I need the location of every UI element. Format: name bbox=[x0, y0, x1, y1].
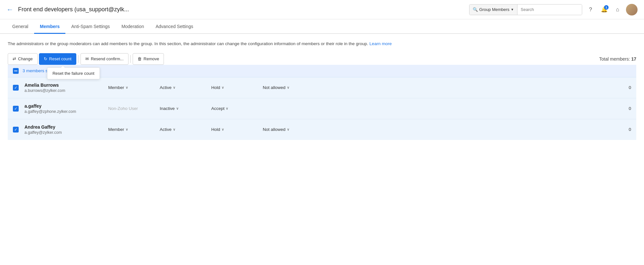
select-all-checkbox[interactable] bbox=[13, 68, 19, 74]
member-role-1[interactable]: Non-Zoho User bbox=[108, 106, 160, 111]
member-delivery-0[interactable]: Hold ∨ bbox=[211, 85, 263, 90]
check-icon: ✓ bbox=[14, 128, 17, 132]
search-group: 🔍 Group Members ▼ bbox=[469, 4, 582, 15]
reset-count-button[interactable]: ↻ Reset count bbox=[39, 53, 76, 65]
delivery-chevron-icon: ∨ bbox=[226, 106, 228, 111]
chevron-down-icon: ▼ bbox=[511, 8, 514, 11]
role-label-0: Member bbox=[108, 85, 124, 90]
reset-count-wrap: ↻ Reset count Reset the failure count bbox=[39, 53, 76, 65]
reset-count-tooltip: Reset the failure count bbox=[47, 67, 100, 79]
member-delivery-1[interactable]: Accept ∨ bbox=[211, 106, 263, 111]
member-count-1: 0 bbox=[612, 106, 631, 111]
resend-confirm-button[interactable]: ✉ Resend confirm... bbox=[80, 53, 128, 65]
help-button[interactable]: ? bbox=[585, 5, 596, 15]
notifications-button[interactable]: 🔔 1 bbox=[599, 5, 609, 15]
home-button[interactable]: ⌂ bbox=[612, 5, 623, 15]
member-delivery-2[interactable]: Hold ∨ bbox=[211, 127, 263, 132]
delivery-chevron-icon: ∨ bbox=[222, 85, 224, 90]
member-count-0: 0 bbox=[612, 85, 631, 90]
status-chevron-icon: ∨ bbox=[173, 85, 175, 90]
header-right: 🔍 Group Members ▼ ? 🔔 1 ⌂ bbox=[469, 4, 638, 15]
trash-icon: 🗑 bbox=[137, 56, 142, 61]
member-email-2: a.gaffey@zylker.com bbox=[24, 130, 108, 135]
toolbar: ⇄ Change ↻ Reset count Reset the failure… bbox=[8, 53, 636, 65]
member-status-0[interactable]: Active ∨ bbox=[160, 85, 211, 90]
tab-general[interactable]: General bbox=[6, 19, 34, 34]
tab-members[interactable]: Members bbox=[34, 19, 65, 34]
search-icon: 🔍 bbox=[473, 7, 478, 12]
delivery-label-0: Hold bbox=[211, 85, 220, 90]
post-permission-label-0: Not allowed bbox=[263, 85, 286, 90]
member-role-2[interactable]: Member ∨ bbox=[108, 127, 160, 132]
role-chevron-icon: ∨ bbox=[126, 127, 128, 132]
member-name-0: Amelia Burrows bbox=[24, 83, 108, 88]
role-chevron-icon: ∨ bbox=[126, 85, 128, 90]
description-text: The administrators or the group moderato… bbox=[8, 40, 636, 47]
tab-advanced[interactable]: Advanced Settings bbox=[150, 19, 199, 34]
member-name-1: a.gaffey bbox=[24, 103, 108, 109]
member-info-0: Amelia Burrows a.burrows@zylker.com bbox=[24, 83, 108, 93]
home-icon: ⌂ bbox=[616, 6, 619, 13]
notification-badge: 1 bbox=[604, 5, 609, 10]
minus-icon bbox=[14, 71, 17, 71]
send-icon: ✉ bbox=[85, 56, 89, 61]
change-button[interactable]: ⇄ Change bbox=[8, 53, 38, 65]
checkbox-2[interactable]: ✓ bbox=[13, 127, 19, 132]
remove-button[interactable]: 🗑 Remove bbox=[133, 53, 164, 65]
role-label-1: Non-Zoho User bbox=[108, 106, 138, 111]
member-status-2[interactable]: Active ∨ bbox=[160, 127, 211, 132]
member-role-0[interactable]: Member ∨ bbox=[108, 85, 160, 90]
search-input[interactable] bbox=[517, 5, 582, 15]
member-name-2: Andrea Gaffey bbox=[24, 124, 108, 130]
check-icon: ✓ bbox=[14, 107, 17, 111]
avatar-image bbox=[626, 4, 638, 15]
selection-row: 3 members selected bbox=[8, 65, 636, 77]
checkbox-0[interactable]: ✓ bbox=[13, 85, 19, 91]
check-icon: ✓ bbox=[14, 86, 17, 90]
member-checkbox-0[interactable]: ✓ bbox=[13, 85, 24, 91]
member-info-1: a.gaffey a.gaffey@zphone.zylker.com bbox=[24, 103, 108, 114]
role-label-2: Member bbox=[108, 127, 124, 132]
change-icon: ⇄ bbox=[13, 56, 16, 61]
table-row: ✓ Andrea Gaffey a.gaffey@zylker.com Memb… bbox=[8, 119, 636, 140]
remove-label: Remove bbox=[144, 56, 159, 61]
status-chevron-icon: ∨ bbox=[173, 127, 175, 132]
status-label-1: Inactive bbox=[160, 106, 175, 111]
member-checkbox-1[interactable]: ✓ bbox=[13, 106, 24, 112]
members-table: 3 members selected ✓ Amelia Burrows a.bu… bbox=[8, 65, 636, 140]
change-label: Change bbox=[18, 56, 33, 61]
status-chevron-icon: ∨ bbox=[176, 106, 179, 111]
group-members-label: Group Members bbox=[479, 7, 509, 12]
learn-more-link[interactable]: Learn more bbox=[369, 41, 392, 46]
avatar[interactable] bbox=[626, 4, 638, 15]
member-email-1: a.gaffey@zphone.zylker.com bbox=[24, 109, 108, 114]
delivery-label-2: Hold bbox=[211, 127, 220, 132]
tab-moderation[interactable]: Moderation bbox=[116, 19, 150, 34]
help-icon: ? bbox=[589, 6, 592, 13]
member-info-2: Andrea Gaffey a.gaffey@zylker.com bbox=[24, 124, 108, 135]
reset-count-label: Reset count bbox=[49, 56, 71, 61]
page-title: Front end developers (usa_support@zylk..… bbox=[18, 6, 469, 13]
member-post-permission-0[interactable]: Not allowed ∨ bbox=[263, 85, 314, 90]
main-content: The administrators or the group moderato… bbox=[0, 34, 644, 146]
delivery-chevron-icon: ∨ bbox=[222, 127, 224, 132]
member-post-permission-2[interactable]: Not allowed ∨ bbox=[263, 127, 314, 132]
toolbar-divider-1 bbox=[78, 55, 79, 63]
resend-label: Resend confirm... bbox=[91, 56, 124, 61]
toolbar-divider-2 bbox=[130, 55, 131, 63]
member-status-1[interactable]: Inactive ∨ bbox=[160, 106, 211, 111]
table-row: ✓ a.gaffey a.gaffey@zphone.zylker.com No… bbox=[8, 98, 636, 119]
delivery-label-1: Accept bbox=[211, 106, 224, 111]
tab-antispam[interactable]: Anti-Spam Settings bbox=[65, 19, 116, 34]
status-label-0: Active bbox=[160, 85, 172, 90]
post-permission-chevron-icon: ∨ bbox=[287, 85, 289, 90]
checkbox-1[interactable]: ✓ bbox=[13, 106, 19, 112]
member-checkbox-2[interactable]: ✓ bbox=[13, 127, 24, 132]
total-members: Total members: 17 bbox=[599, 56, 636, 62]
back-button[interactable]: ← bbox=[6, 6, 14, 13]
reset-icon: ↻ bbox=[44, 56, 47, 61]
group-members-dropdown[interactable]: 🔍 Group Members ▼ bbox=[469, 5, 517, 15]
member-email-0: a.burrows@zylker.com bbox=[24, 88, 108, 93]
header: ← Front end developers (usa_support@zylk… bbox=[0, 0, 644, 19]
status-label-2: Active bbox=[160, 127, 172, 132]
